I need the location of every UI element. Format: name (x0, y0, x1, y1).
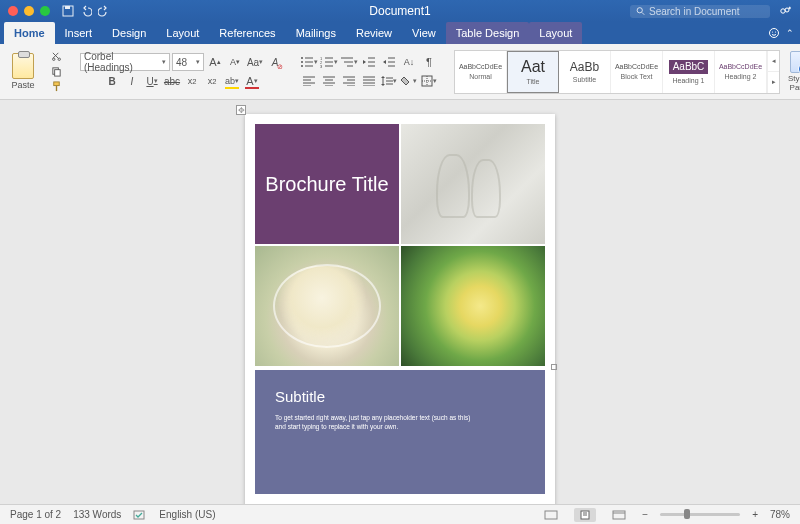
clear-formatting-button[interactable]: A⊘ (266, 53, 284, 71)
zoom-slider[interactable] (660, 513, 740, 516)
save-icon[interactable] (62, 5, 74, 17)
svg-point-21 (301, 61, 303, 63)
style-heading-1[interactable]: AaBbCHeading 1 (663, 51, 715, 93)
shading-button[interactable]: ▾ (400, 72, 418, 90)
cut-button[interactable] (48, 50, 64, 64)
search-input[interactable] (649, 6, 764, 17)
subscript-button[interactable]: x2 (183, 72, 201, 90)
brochure-image-glasses[interactable] (401, 124, 545, 244)
brochure-image-pasta[interactable] (255, 246, 399, 366)
tab-layout[interactable]: Layout (156, 22, 209, 44)
web-layout-view-icon[interactable] (608, 508, 630, 522)
superscript-button[interactable]: x2 (203, 72, 221, 90)
align-center-button[interactable] (320, 72, 338, 90)
focus-view-icon[interactable] (540, 508, 562, 522)
svg-point-10 (775, 31, 776, 32)
tab-design[interactable]: Design (102, 22, 156, 44)
word-count[interactable]: 133 Words (73, 509, 121, 520)
page-indicator[interactable]: Page 1 of 2 (10, 509, 61, 520)
align-right-button[interactable] (340, 72, 358, 90)
font-color-button[interactable]: A▾ (243, 72, 261, 90)
body-text[interactable]: To get started right away, just tap any … (275, 413, 475, 431)
underline-button[interactable]: U▾ (143, 72, 161, 90)
zoom-in-button[interactable]: + (752, 509, 758, 520)
window-controls (8, 6, 50, 16)
spellcheck-icon[interactable] (133, 509, 147, 521)
borders-button[interactable]: ▾ (420, 72, 438, 90)
numbering-button[interactable]: 123▾ (320, 53, 338, 71)
multilevel-list-button[interactable]: ▾ (340, 53, 358, 71)
share-icon[interactable] (778, 4, 792, 18)
font-name-select[interactable]: Corbel (Headings)▾ (80, 53, 170, 71)
quick-access-toolbar (62, 5, 110, 17)
brochure-image-salad[interactable] (401, 246, 545, 366)
style-block-text[interactable]: AaBbCcDdEeBlock Text (611, 51, 663, 93)
subtitle-text[interactable]: Subtitle (275, 388, 525, 405)
svg-point-2 (637, 8, 642, 13)
italic-button[interactable]: I (123, 72, 141, 90)
svg-line-3 (642, 12, 644, 14)
brochure-title-cell[interactable]: Brochure Title (255, 124, 399, 244)
style-title[interactable]: AatTitle (507, 51, 559, 93)
svg-point-8 (770, 29, 779, 38)
align-left-button[interactable] (300, 72, 318, 90)
font-name-value: Corbel (Headings) (84, 51, 162, 73)
collapse-ribbon-icon[interactable]: ⌃ (786, 28, 794, 38)
tab-insert[interactable]: Insert (55, 22, 103, 44)
zoom-out-button[interactable]: − (642, 509, 648, 520)
status-bar: Page 1 of 2 133 Words English (US) − + 7… (0, 504, 800, 524)
decrease-indent-button[interactable] (360, 53, 378, 71)
shrink-font-button[interactable]: A▾ (226, 53, 244, 71)
gallery-prev-icon[interactable]: ◂ (767, 51, 779, 72)
font-size-select[interactable]: 48▾ (172, 53, 204, 71)
style-heading-2[interactable]: AaBbCcDdEeHeading 2 (715, 51, 767, 93)
tab-review[interactable]: Review (346, 22, 402, 44)
bullets-button[interactable]: ▾ (300, 53, 318, 71)
print-layout-view-icon[interactable] (574, 508, 596, 522)
paste-button[interactable]: Paste (6, 53, 40, 90)
redo-icon[interactable] (98, 5, 110, 17)
show-marks-button[interactable]: ¶ (420, 53, 438, 71)
subtitle-block[interactable]: Subtitle To get started right away, just… (255, 370, 545, 494)
tab-references[interactable]: References (209, 22, 285, 44)
minimize-icon[interactable] (24, 6, 34, 16)
tab-mailings[interactable]: Mailings (286, 22, 346, 44)
svg-rect-16 (54, 70, 60, 76)
maximize-icon[interactable] (40, 6, 50, 16)
language-indicator[interactable]: English (US) (159, 509, 215, 520)
zoom-thumb[interactable] (684, 509, 690, 519)
sort-button[interactable]: A↓ (400, 53, 418, 71)
justify-button[interactable] (360, 72, 378, 90)
bold-button[interactable]: B (103, 72, 121, 90)
tab-table-layout[interactable]: Layout (529, 22, 582, 44)
highlight-button[interactable]: ab▾ (223, 72, 241, 90)
styles-pane-button[interactable]: Styles Pane (788, 51, 800, 93)
svg-rect-64 (545, 511, 557, 519)
table-move-handle-icon[interactable]: ✥ (236, 105, 246, 115)
svg-text:3: 3 (320, 64, 323, 68)
paste-label: Paste (11, 80, 34, 90)
page[interactable]: ✥ Brochure Title Subtitle To get started… (245, 114, 555, 504)
strikethrough-button[interactable]: abc (163, 72, 181, 90)
style-subtitle[interactable]: AaBbSubtitle (559, 51, 611, 93)
tab-view[interactable]: View (402, 22, 446, 44)
increase-indent-button[interactable] (380, 53, 398, 71)
document-canvas[interactable]: ✥ Brochure Title Subtitle To get started… (0, 100, 800, 504)
clipboard-icon (12, 53, 34, 79)
tab-table-design[interactable]: Table Design (446, 22, 530, 44)
grow-font-button[interactable]: A▴ (206, 53, 224, 71)
feedback-icon[interactable] (768, 27, 780, 39)
copy-button[interactable] (48, 65, 64, 79)
line-spacing-button[interactable]: ▾ (380, 72, 398, 90)
undo-icon[interactable] (80, 5, 92, 17)
search-icon (636, 6, 645, 16)
gallery-next-icon[interactable]: ▸ (767, 72, 779, 93)
close-icon[interactable] (8, 6, 18, 16)
format-painter-button[interactable] (48, 80, 64, 94)
zoom-level[interactable]: 78% (770, 509, 790, 520)
change-case-button[interactable]: Aa▾ (246, 53, 264, 71)
search-box[interactable] (630, 5, 770, 18)
table-resize-handle-icon[interactable] (551, 364, 557, 370)
style-normal[interactable]: AaBbCcDdEeNormal (455, 51, 507, 93)
tab-home[interactable]: Home (4, 22, 55, 44)
